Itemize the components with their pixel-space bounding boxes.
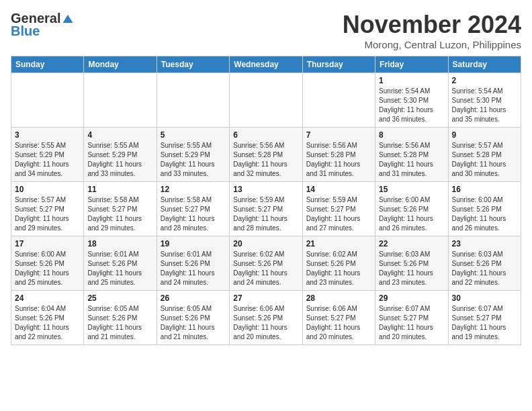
day-info: Sunrise: 6:02 AM Sunset: 5:26 PM Dayligh… bbox=[233, 250, 298, 287]
day-info: Sunrise: 6:01 AM Sunset: 5:26 PM Dayligh… bbox=[87, 250, 152, 287]
day-number: 15 bbox=[379, 185, 444, 194]
calendar-day-cell: 25Sunrise: 6:05 AM Sunset: 5:26 PM Dayli… bbox=[84, 291, 157, 345]
day-info: Sunrise: 6:01 AM Sunset: 5:26 PM Dayligh… bbox=[161, 250, 226, 287]
day-info: Sunrise: 5:59 AM Sunset: 5:27 PM Dayligh… bbox=[233, 195, 298, 233]
day-info: Sunrise: 6:03 AM Sunset: 5:26 PM Dayligh… bbox=[452, 250, 517, 287]
day-number: 13 bbox=[233, 185, 298, 194]
calendar-day-cell: 21Sunrise: 6:02 AM Sunset: 5:26 PM Dayli… bbox=[302, 236, 375, 291]
calendar-day-cell: 19Sunrise: 6:01 AM Sunset: 5:26 PM Dayli… bbox=[157, 236, 229, 291]
calendar-week-row: 1Sunrise: 5:54 AM Sunset: 5:30 PM Daylig… bbox=[11, 73, 521, 128]
weekday-header: Sunday bbox=[11, 56, 84, 73]
title-block: November 2024 Morong, Central Luzon, Phi… bbox=[343, 11, 521, 50]
day-number: 25 bbox=[87, 293, 152, 303]
day-number: 20 bbox=[233, 239, 298, 248]
day-info: Sunrise: 5:59 AM Sunset: 5:27 PM Dayligh… bbox=[306, 195, 371, 233]
day-info: Sunrise: 5:56 AM Sunset: 5:28 PM Dayligh… bbox=[233, 141, 298, 179]
day-number: 18 bbox=[87, 239, 152, 248]
day-info: Sunrise: 5:57 AM Sunset: 5:28 PM Dayligh… bbox=[452, 141, 517, 179]
day-number: 6 bbox=[233, 130, 298, 140]
day-number: 11 bbox=[87, 185, 152, 194]
day-info: Sunrise: 6:06 AM Sunset: 5:27 PM Dayligh… bbox=[306, 304, 371, 342]
calendar-day-cell: 7Sunrise: 5:56 AM Sunset: 5:28 PM Daylig… bbox=[302, 128, 375, 182]
month-title: November 2024 bbox=[343, 11, 521, 39]
weekday-header: Monday bbox=[84, 56, 157, 73]
day-number: 19 bbox=[161, 239, 226, 248]
day-number: 9 bbox=[452, 130, 517, 140]
calendar-day-cell: 4Sunrise: 5:55 AM Sunset: 5:29 PM Daylig… bbox=[84, 128, 157, 182]
day-info: Sunrise: 6:05 AM Sunset: 5:26 PM Dayligh… bbox=[87, 304, 152, 342]
day-info: Sunrise: 5:58 AM Sunset: 5:27 PM Dayligh… bbox=[87, 195, 152, 233]
day-number: 3 bbox=[15, 130, 80, 140]
day-number: 17 bbox=[15, 239, 80, 248]
calendar-day-cell bbox=[302, 73, 375, 128]
calendar-day-cell: 18Sunrise: 6:01 AM Sunset: 5:26 PM Dayli… bbox=[84, 236, 157, 291]
day-number: 10 bbox=[15, 185, 80, 194]
calendar-day-cell: 9Sunrise: 5:57 AM Sunset: 5:28 PM Daylig… bbox=[448, 128, 521, 182]
day-info: Sunrise: 5:54 AM Sunset: 5:30 PM Dayligh… bbox=[379, 87, 444, 124]
calendar-day-cell: 23Sunrise: 6:03 AM Sunset: 5:26 PM Dayli… bbox=[448, 236, 521, 291]
day-info: Sunrise: 5:55 AM Sunset: 5:29 PM Dayligh… bbox=[87, 141, 152, 179]
calendar-day-cell: 16Sunrise: 6:00 AM Sunset: 5:26 PM Dayli… bbox=[448, 182, 521, 236]
day-info: Sunrise: 6:02 AM Sunset: 5:26 PM Dayligh… bbox=[306, 250, 371, 287]
day-number: 28 bbox=[306, 293, 371, 303]
day-number: 8 bbox=[379, 130, 444, 140]
logo-icon bbox=[62, 13, 74, 25]
day-number: 4 bbox=[87, 130, 152, 140]
weekday-header: Saturday bbox=[448, 56, 521, 73]
calendar-day-cell: 20Sunrise: 6:02 AM Sunset: 5:26 PM Dayli… bbox=[230, 236, 302, 291]
day-info: Sunrise: 6:06 AM Sunset: 5:26 PM Dayligh… bbox=[233, 304, 298, 342]
day-info: Sunrise: 5:55 AM Sunset: 5:29 PM Dayligh… bbox=[161, 141, 226, 179]
calendar-week-row: 24Sunrise: 6:04 AM Sunset: 5:26 PM Dayli… bbox=[11, 291, 521, 345]
calendar-day-cell bbox=[230, 73, 302, 128]
calendar-day-cell: 2Sunrise: 5:54 AM Sunset: 5:30 PM Daylig… bbox=[448, 73, 521, 128]
calendar-week-row: 3Sunrise: 5:55 AM Sunset: 5:29 PM Daylig… bbox=[11, 128, 521, 182]
day-number: 7 bbox=[306, 130, 371, 140]
day-number: 2 bbox=[452, 76, 517, 85]
calendar-day-cell: 24Sunrise: 6:04 AM Sunset: 5:26 PM Dayli… bbox=[11, 291, 84, 345]
calendar-day-cell: 5Sunrise: 5:55 AM Sunset: 5:29 PM Daylig… bbox=[157, 128, 229, 182]
day-number: 24 bbox=[15, 293, 80, 303]
calendar-day-cell: 14Sunrise: 5:59 AM Sunset: 5:27 PM Dayli… bbox=[302, 182, 375, 236]
calendar-day-cell: 26Sunrise: 6:05 AM Sunset: 5:26 PM Dayli… bbox=[157, 291, 229, 345]
calendar-day-cell bbox=[84, 73, 157, 128]
day-info: Sunrise: 5:56 AM Sunset: 5:28 PM Dayligh… bbox=[306, 141, 371, 179]
calendar-day-cell: 27Sunrise: 6:06 AM Sunset: 5:26 PM Dayli… bbox=[230, 291, 302, 345]
day-number: 27 bbox=[233, 293, 298, 303]
day-info: Sunrise: 6:04 AM Sunset: 5:26 PM Dayligh… bbox=[15, 304, 80, 342]
location-subtitle: Morong, Central Luzon, Philippines bbox=[343, 39, 521, 50]
day-info: Sunrise: 5:58 AM Sunset: 5:27 PM Dayligh… bbox=[161, 195, 226, 233]
day-info: Sunrise: 5:55 AM Sunset: 5:29 PM Dayligh… bbox=[15, 141, 80, 179]
calendar-day-cell: 10Sunrise: 5:57 AM Sunset: 5:27 PM Dayli… bbox=[11, 182, 84, 236]
svg-marker-0 bbox=[63, 15, 73, 23]
day-info: Sunrise: 6:00 AM Sunset: 5:26 PM Dayligh… bbox=[379, 195, 444, 233]
day-number: 12 bbox=[161, 185, 226, 194]
calendar-day-cell: 12Sunrise: 5:58 AM Sunset: 5:27 PM Dayli… bbox=[157, 182, 229, 236]
calendar-day-cell: 3Sunrise: 5:55 AM Sunset: 5:29 PM Daylig… bbox=[11, 128, 84, 182]
day-info: Sunrise: 5:57 AM Sunset: 5:27 PM Dayligh… bbox=[15, 195, 80, 233]
day-info: Sunrise: 6:07 AM Sunset: 5:27 PM Dayligh… bbox=[452, 304, 517, 342]
day-info: Sunrise: 6:00 AM Sunset: 5:26 PM Dayligh… bbox=[15, 250, 80, 287]
logo-blue: Blue bbox=[11, 24, 40, 39]
day-number: 29 bbox=[379, 293, 444, 303]
weekday-header: Thursday bbox=[302, 56, 375, 73]
logo: General Blue bbox=[11, 11, 74, 39]
calendar-header-row: SundayMondayTuesdayWednesdayThursdayFrid… bbox=[11, 56, 521, 73]
day-info: Sunrise: 6:03 AM Sunset: 5:26 PM Dayligh… bbox=[379, 250, 444, 287]
day-info: Sunrise: 5:56 AM Sunset: 5:28 PM Dayligh… bbox=[379, 141, 444, 179]
day-number: 16 bbox=[452, 185, 517, 194]
weekday-header: Tuesday bbox=[157, 56, 229, 73]
calendar-week-row: 10Sunrise: 5:57 AM Sunset: 5:27 PM Dayli… bbox=[11, 182, 521, 236]
calendar-day-cell: 1Sunrise: 5:54 AM Sunset: 5:30 PM Daylig… bbox=[375, 73, 448, 128]
page-header: General Blue November 2024 Morong, Centr… bbox=[11, 11, 521, 50]
weekday-header: Wednesday bbox=[230, 56, 302, 73]
day-info: Sunrise: 5:54 AM Sunset: 5:30 PM Dayligh… bbox=[452, 87, 517, 124]
calendar-day-cell: 11Sunrise: 5:58 AM Sunset: 5:27 PM Dayli… bbox=[84, 182, 157, 236]
calendar-day-cell: 22Sunrise: 6:03 AM Sunset: 5:26 PM Dayli… bbox=[375, 236, 448, 291]
calendar-day-cell: 15Sunrise: 6:00 AM Sunset: 5:26 PM Dayli… bbox=[375, 182, 448, 236]
calendar-day-cell: 29Sunrise: 6:07 AM Sunset: 5:27 PM Dayli… bbox=[375, 291, 448, 345]
day-info: Sunrise: 6:05 AM Sunset: 5:26 PM Dayligh… bbox=[161, 304, 226, 342]
calendar-day-cell: 8Sunrise: 5:56 AM Sunset: 5:28 PM Daylig… bbox=[375, 128, 448, 182]
day-number: 23 bbox=[452, 239, 517, 248]
day-number: 5 bbox=[161, 130, 226, 140]
day-number: 30 bbox=[452, 293, 517, 303]
